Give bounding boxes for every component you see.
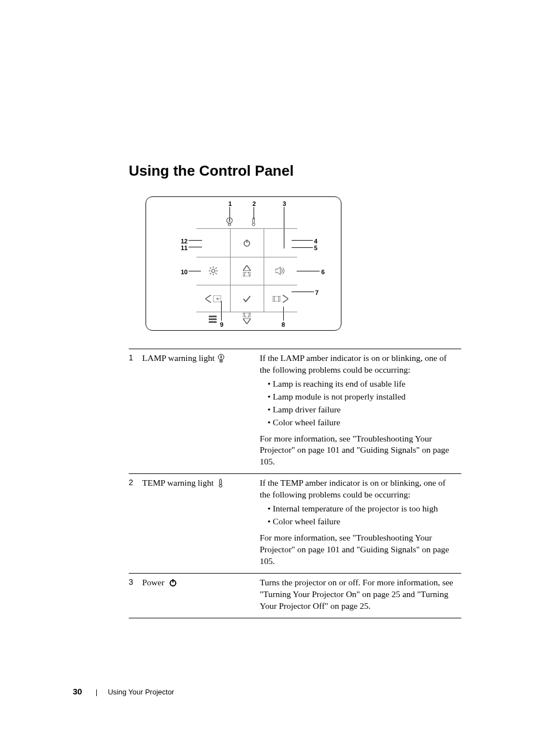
- row-number: 1: [129, 349, 142, 474]
- leader-line: [254, 207, 254, 219]
- svg-point-6: [212, 269, 215, 273]
- svg-rect-29: [220, 360, 222, 362]
- callout-12: 12: [181, 238, 188, 245]
- row-label: TEMP warning light: [142, 474, 260, 573]
- leader-line: [297, 271, 320, 271]
- svg-rect-23: [209, 318, 217, 320]
- callout-7: 7: [315, 289, 318, 296]
- svg-line-17: [249, 272, 250, 276]
- up-keystone-button: [230, 257, 264, 285]
- page-number: 30: [73, 687, 82, 696]
- section-heading: Using the Control Panel: [129, 162, 461, 180]
- row-description: If the TEMP amber indicator is on or bli…: [260, 474, 461, 573]
- callout-4: 4: [314, 238, 317, 245]
- svg-line-27: [249, 313, 250, 317]
- leader-line: [229, 207, 230, 219]
- callout-9: 9: [220, 321, 223, 328]
- callout-6: 6: [321, 269, 325, 275]
- svg-line-16: [244, 272, 245, 276]
- control-panel-table: 1 LAMP warning light If the LAMP amber i…: [129, 349, 461, 618]
- menu-button: [209, 316, 217, 323]
- button-grid: [196, 228, 297, 312]
- temp-icon: [216, 479, 223, 487]
- row-number: 2: [129, 474, 142, 573]
- down-keystone-button: [230, 313, 264, 324]
- callout-1: 1: [228, 200, 232, 207]
- lamp-icon: [217, 354, 224, 363]
- volume-button: [264, 257, 297, 285]
- svg-rect-1: [228, 224, 231, 226]
- left-source-button: [196, 285, 230, 313]
- enter-button: [230, 285, 264, 313]
- page-footer: 30 Using Your Projector: [73, 687, 174, 697]
- callout-8: 8: [282, 321, 285, 328]
- power-button: [230, 229, 264, 257]
- table-row: 1 LAMP warning light If the LAMP amber i…: [129, 349, 461, 474]
- callout-11: 11: [181, 245, 188, 251]
- svg-line-12: [216, 273, 217, 274]
- svg-rect-22: [209, 316, 217, 317]
- row-description: Turns the projector on or off. For more …: [260, 573, 461, 618]
- footer-section: Using Your Projector: [108, 688, 175, 696]
- svg-rect-24: [209, 321, 217, 323]
- table-row: 2 TEMP warning light If the TEMP amber i…: [129, 474, 461, 573]
- right-autoadjust-button: [264, 285, 297, 313]
- footer-separator: [96, 689, 97, 696]
- svg-line-11: [210, 267, 211, 269]
- row-label: Power: [142, 573, 260, 618]
- control-panel-diagram: 1 2 3 4 5 6 7 8 9 10 11 12: [146, 196, 341, 331]
- row-number: 3: [129, 573, 142, 618]
- svg-rect-30: [219, 479, 221, 485]
- row-label: LAMP warning light: [142, 349, 260, 474]
- callout-2: 2: [252, 200, 256, 207]
- callout-10: 10: [181, 269, 188, 275]
- callout-5: 5: [314, 245, 317, 251]
- row-description: If the LAMP amber indicator is on or bli…: [260, 349, 461, 474]
- svg-point-28: [218, 354, 224, 360]
- svg-line-14: [210, 273, 211, 274]
- svg-line-26: [244, 313, 245, 317]
- power-icon: [166, 579, 177, 587]
- svg-line-13: [216, 267, 217, 269]
- table-row: 3 Power Turns the projector on or off. F…: [129, 573, 461, 618]
- svg-rect-19: [273, 296, 280, 302]
- callout-3: 3: [283, 200, 286, 207]
- brightness-button: [196, 257, 230, 285]
